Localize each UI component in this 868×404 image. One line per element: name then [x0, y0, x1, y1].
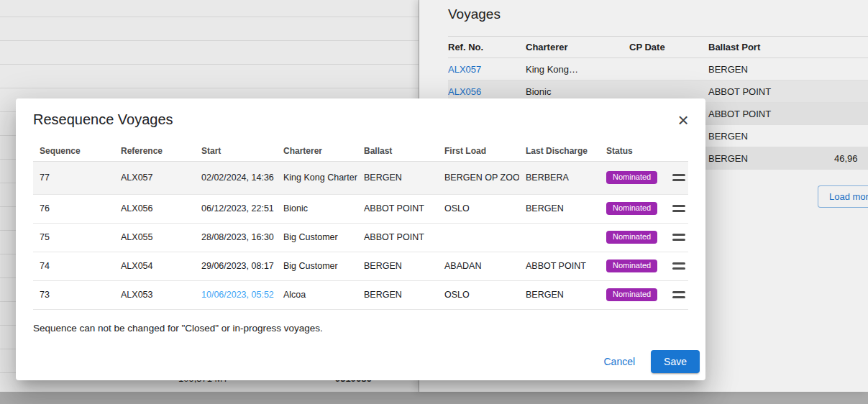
- cell-drag: [664, 280, 688, 309]
- resequence-voyages-modal: Resequence Voyages × Sequence Reference …: [16, 98, 705, 380]
- cell-first-load: OSLO: [438, 280, 519, 309]
- cell-drag: [664, 252, 688, 280]
- column-sequence: Sequence: [33, 141, 114, 161]
- cell-reference: ALX053: [114, 280, 195, 309]
- start-value: 29/06/2023, 08:17: [201, 261, 274, 271]
- cell-charterer: King Kong Charter: [277, 161, 357, 194]
- cell-charterer: Alcoa: [277, 280, 357, 309]
- cancel-button[interactable]: Cancel: [593, 351, 645, 372]
- cell-sequence: 75: [33, 223, 114, 252]
- cell-last-discharge: BERBERA: [519, 161, 600, 194]
- start-value: 28/08/2023, 16:30: [201, 232, 274, 242]
- column-drag-handle: [664, 141, 688, 161]
- cell-start: 02/02/2024, 14:36: [195, 161, 277, 194]
- column-last-discharge: Last Discharge: [519, 141, 600, 161]
- resequence-table-body: 77 ALX057 02/02/2024, 14:36 King Kong Ch…: [33, 161, 688, 309]
- resequence-row: 75 ALX055 28/08/2023, 16:30 Big Customer…: [33, 223, 688, 252]
- cell-sequence: 76: [33, 194, 114, 223]
- modal-header: Resequence Voyages ×: [16, 98, 705, 131]
- cell-last-discharge: BERGEN: [519, 280, 600, 309]
- resequence-header-row: Sequence Reference Start Charterer Balla…: [33, 141, 688, 161]
- cell-ballast: BERGEN: [357, 280, 438, 309]
- cell-reference: ALX056: [114, 194, 195, 223]
- cell-reference: ALX054: [114, 252, 195, 280]
- cell-charterer: Big Customer: [277, 252, 357, 280]
- cell-ballast: ABBOT POINT: [357, 223, 438, 252]
- app-root: 109,571 MT 9319686 Voyages Ref. No. Char…: [0, 0, 868, 404]
- resequence-row: 77 ALX057 02/02/2024, 14:36 King Kong Ch…: [33, 161, 688, 194]
- column-reference: Reference: [114, 141, 195, 161]
- close-icon: ×: [677, 109, 688, 131]
- drag-handle-icon[interactable]: [671, 202, 687, 215]
- cell-start: 29/06/2023, 08:17: [195, 252, 277, 280]
- column-charterer: Charterer: [277, 141, 357, 161]
- column-status: Status: [600, 141, 664, 161]
- cell-sequence: 77: [33, 161, 114, 194]
- cell-ballast: BERGEN: [357, 252, 438, 280]
- cell-status: Nominated: [600, 223, 664, 252]
- status-badge: Nominated: [606, 288, 657, 301]
- cell-charterer: Bionic: [277, 194, 357, 223]
- cell-drag: [664, 161, 688, 194]
- save-button[interactable]: Save: [651, 350, 700, 373]
- cell-start: 06/12/2023, 22:51: [195, 194, 277, 223]
- modal-actions: Cancel Save: [593, 350, 700, 373]
- column-first-load: First Load: [438, 141, 519, 161]
- column-start: Start: [195, 141, 277, 161]
- cell-status: Nominated: [600, 252, 664, 280]
- cell-ballast: BERGEN: [357, 161, 438, 194]
- drag-handle-icon[interactable]: [671, 231, 687, 244]
- resequence-row: 76 ALX056 06/12/2023, 22:51 Bionic ABBOT…: [33, 194, 688, 223]
- cell-first-load: [438, 223, 519, 252]
- cell-first-load: OSLO: [438, 194, 519, 223]
- status-badge: Nominated: [606, 171, 657, 184]
- start-value: 10/06/2023, 05:52: [201, 290, 274, 300]
- drag-handle-icon[interactable]: [671, 288, 687, 301]
- start-value: 02/02/2024, 14:36: [201, 173, 274, 183]
- resequence-row: 73 ALX053 10/06/2023, 05:52 Alcoa BERGEN…: [33, 280, 688, 309]
- resequence-table-wrap: Sequence Reference Start Charterer Balla…: [33, 141, 688, 310]
- modal-note: Sequence can not be changed for "Closed"…: [33, 323, 688, 334]
- cell-first-load: BERGEN OP ZOOM: [438, 161, 519, 194]
- status-badge: Nominated: [606, 260, 657, 272]
- cell-start: 28/08/2023, 16:30: [195, 223, 277, 252]
- cell-start: 10/06/2023, 05:52: [195, 280, 277, 309]
- drag-handle-icon[interactable]: [671, 260, 687, 272]
- cell-status: Nominated: [600, 161, 664, 194]
- cell-reference: ALX055: [114, 223, 195, 252]
- cell-reference: ALX057: [114, 161, 195, 194]
- cell-ballast: ABBOT POINT: [357, 194, 438, 223]
- cell-last-discharge: ABBOT POINT: [519, 252, 600, 280]
- modal-title: Resequence Voyages: [33, 109, 173, 129]
- cell-sequence: 73: [33, 280, 114, 309]
- cell-status: Nominated: [600, 194, 664, 223]
- column-ballast: Ballast: [357, 141, 438, 161]
- cell-charterer: Big Customer: [277, 223, 357, 252]
- cell-status: Nominated: [600, 280, 664, 309]
- status-badge: Nominated: [606, 202, 657, 215]
- cell-sequence: 74: [33, 252, 114, 280]
- cell-drag: [664, 194, 688, 223]
- cell-drag: [664, 223, 688, 252]
- start-value: 06/12/2023, 22:51: [201, 203, 274, 214]
- cell-first-load: ABADAN: [438, 252, 519, 280]
- status-badge: Nominated: [606, 231, 657, 244]
- resequence-table: Sequence Reference Start Charterer Balla…: [33, 141, 688, 310]
- close-button[interactable]: ×: [672, 109, 694, 131]
- resequence-row: 74 ALX054 29/06/2023, 08:17 Big Customer…: [33, 252, 688, 280]
- cell-last-discharge: BERGEN: [519, 194, 600, 223]
- drag-handle-icon[interactable]: [671, 171, 687, 184]
- cell-last-discharge: [519, 223, 600, 252]
